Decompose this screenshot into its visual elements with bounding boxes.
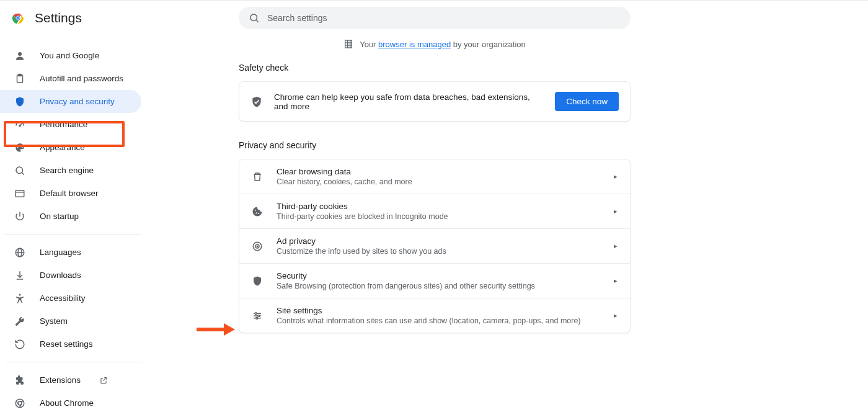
svg-point-12 [19, 145, 20, 146]
adprivacy-icon [250, 241, 264, 252]
browser-icon [14, 188, 26, 199]
managed-notice: Your browser is managed by your organiza… [239, 35, 631, 63]
privacy-row-site-settings[interactable]: Site settingsControls what information s… [239, 298, 630, 333]
sidebar-item-appearance[interactable]: Appearance [0, 136, 141, 159]
trash-icon [250, 171, 264, 182]
row-title: Ad privacy [277, 236, 601, 246]
row-title: Third-party cookies [277, 202, 601, 211]
row-title: Clear browsing data [277, 167, 601, 176]
search-icon [249, 12, 260, 24]
svg-line-26 [103, 377, 106, 380]
privacy-row-clear-browsing-data[interactable]: Clear browsing dataClear history, cookie… [239, 159, 630, 194]
sidebar: You and GoogleAutofill and passwordsPriv… [0, 35, 146, 412]
svg-point-11 [17, 146, 19, 148]
svg-line-5 [256, 20, 258, 22]
header: Settings [0, 1, 82, 35]
check-now-button[interactable]: Check now [555, 92, 619, 111]
sidebar-item-search-engine[interactable]: Search engine [0, 159, 141, 182]
svg-point-4 [250, 14, 257, 21]
sidebar-item-label: Extensions [40, 375, 81, 385]
privacy-row-security[interactable]: SecuritySafe Browsing (protection from d… [239, 263, 630, 298]
safety-check-card: Chrome can help keep you safe from data … [239, 81, 631, 122]
sidebar-item-label: You and Google [40, 51, 99, 60]
sidebar-item-label: On startup [40, 212, 79, 221]
search-input[interactable] [267, 13, 621, 23]
svg-point-3 [17, 17, 20, 20]
chevron-right-icon: ▸ [614, 172, 618, 181]
row-subtitle: Customize the info used by sites to show… [277, 247, 601, 256]
palette-icon [14, 142, 26, 153]
privacy-row-third-party-cookies[interactable]: Third-party cookiesThird-party cookies a… [239, 194, 630, 228]
row-subtitle: Clear history, cookies, cache, and more [277, 177, 601, 186]
chevron-right-icon: ▸ [614, 311, 618, 320]
building-icon [343, 39, 353, 49]
sidebar-item-extensions[interactable]: Extensions [0, 369, 141, 392]
globe-icon [14, 247, 26, 258]
chrome-logo-icon [11, 11, 25, 25]
sidebar-item-label: Appearance [40, 143, 85, 152]
clipboard-icon [14, 73, 26, 84]
search-icon [14, 165, 26, 176]
sidebar-item-label: Autofill and passwords [40, 74, 123, 83]
sidebar-item-reset-settings[interactable]: Reset settings [0, 333, 141, 356]
svg-point-37 [255, 209, 256, 210]
svg-rect-32 [345, 40, 352, 48]
row-title: Security [277, 271, 601, 280]
person-icon [14, 50, 26, 61]
cookie-icon [250, 206, 264, 217]
sidebar-item-label: Search engine [40, 166, 94, 175]
svg-point-42 [257, 246, 258, 247]
sidebar-item-label: About Chrome [40, 398, 94, 408]
svg-point-48 [256, 317, 258, 319]
sidebar-item-label: System [40, 316, 68, 326]
sidebar-item-label: Default browser [40, 189, 99, 198]
main-content: Your browser is managed by your organiza… [239, 35, 631, 352]
sidebar-item-you-and-google[interactable]: You and Google [0, 44, 141, 67]
managed-pre: Your [360, 40, 378, 49]
managed-link[interactable]: browser is managed [378, 40, 451, 49]
speedometer-icon [14, 119, 26, 130]
sidebar-item-label: Languages [40, 248, 81, 257]
sidebar-item-system[interactable]: System [0, 310, 141, 333]
privacy-row-ad-privacy[interactable]: Ad privacyCustomize the info used by sit… [239, 228, 630, 263]
svg-point-14 [22, 146, 23, 148]
row-subtitle: Third-party cookies are blocked in Incog… [277, 212, 601, 221]
sidebar-item-about-chrome[interactable]: About Chrome [0, 392, 141, 412]
svg-rect-17 [16, 190, 24, 197]
svg-point-6 [18, 52, 22, 56]
svg-point-46 [255, 312, 257, 314]
shield-icon [250, 275, 264, 287]
chevron-right-icon: ▸ [614, 207, 618, 215]
page-title: Settings [35, 11, 82, 25]
privacy-card: Clear browsing dataClear history, cookie… [239, 159, 631, 333]
svg-line-16 [22, 172, 24, 174]
svg-rect-8 [19, 74, 22, 76]
chrome-icon [14, 398, 26, 409]
sidebar-item-autofill-and-passwords[interactable]: Autofill and passwords [0, 67, 141, 90]
safety-section-title: Safety check [239, 63, 631, 73]
sidebar-item-performance[interactable]: Performance [0, 113, 141, 136]
sidebar-item-downloads[interactable]: Downloads [0, 264, 141, 287]
sidebar-item-label: Performance [40, 120, 87, 129]
shield-check-icon [250, 96, 263, 108]
sidebar-item-accessibility[interactable]: Accessibility [0, 287, 141, 310]
row-subtitle: Controls what information sites can use … [277, 316, 601, 325]
reset-icon [14, 339, 26, 350]
sidebar-item-on-startup[interactable]: On startup [0, 205, 141, 228]
sidebar-item-label: Privacy and security [40, 97, 115, 106]
sidebar-item-privacy-and-security[interactable]: Privacy and security [0, 90, 141, 113]
shield-icon [14, 96, 26, 107]
svg-point-15 [16, 167, 23, 174]
accessibility-icon [14, 293, 26, 304]
sidebar-item-languages[interactable]: Languages [0, 241, 141, 264]
wrench-icon [14, 316, 26, 327]
search-bar[interactable] [239, 7, 631, 29]
sidebar-item-default-browser[interactable]: Default browser [0, 182, 141, 205]
managed-post: by your organization [451, 40, 526, 49]
privacy-section-title: Privacy and security [239, 140, 631, 150]
sidebar-item-label: Downloads [40, 271, 81, 280]
svg-point-38 [256, 212, 257, 213]
external-link-icon [99, 376, 108, 385]
download-icon [14, 270, 26, 281]
svg-point-39 [258, 213, 259, 214]
